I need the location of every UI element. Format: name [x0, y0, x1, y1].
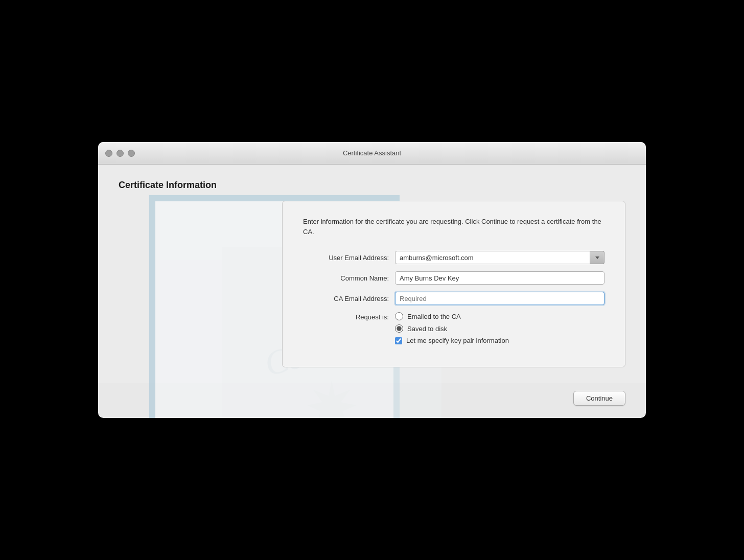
- radio-saved-input[interactable]: [395, 324, 403, 333]
- traffic-lights: [105, 150, 135, 157]
- window-content: Certificate Information Certificate Ente…: [98, 165, 646, 383]
- common-name-row: Common Name:: [303, 271, 604, 285]
- maximize-button[interactable]: [128, 150, 135, 157]
- continue-button[interactable]: Continue: [573, 391, 625, 406]
- titlebar: Certificate Assistant: [98, 142, 646, 165]
- radio-saved-to-disk[interactable]: Saved to disk: [395, 324, 509, 333]
- application-window: Certificate Assistant Certificate Inform…: [98, 142, 646, 418]
- ca-email-row: CA Email Address:: [303, 292, 604, 305]
- common-name-input-wrapper: [395, 271, 604, 285]
- radio-emailed-label: Emailed to the CA: [407, 313, 461, 320]
- chevron-down-icon: [595, 256, 599, 259]
- email-input-wrapper: [395, 251, 604, 264]
- radio-emailed-input[interactable]: [395, 312, 403, 320]
- email-field-group: [395, 251, 604, 264]
- email-input[interactable]: [395, 251, 590, 264]
- checkbox-key-pair-label: Let me specify key pair information: [406, 337, 509, 344]
- radio-saved-label: Saved to disk: [407, 325, 447, 333]
- email-dropdown-button[interactable]: [590, 251, 604, 264]
- form-panel: Enter information for the certificate yo…: [282, 201, 625, 367]
- email-label: User Email Address:: [303, 254, 395, 262]
- close-button[interactable]: [105, 150, 112, 157]
- checkbox-key-pair-input[interactable]: [395, 337, 402, 344]
- certificate-emblem: [301, 378, 362, 418]
- window-title: Certificate Assistant: [343, 149, 401, 157]
- page-title: Certificate Information: [119, 180, 625, 191]
- ca-email-input-wrapper: [395, 292, 604, 305]
- minimize-button[interactable]: [117, 150, 124, 157]
- common-name-input[interactable]: [395, 271, 604, 285]
- radio-emailed-to-ca[interactable]: Emailed to the CA: [395, 312, 509, 320]
- description-text: Enter information for the certificate yo…: [303, 217, 604, 237]
- request-options-group: Emailed to the CA Saved to disk Let me s…: [395, 312, 509, 344]
- request-is-label: Request is:: [303, 312, 395, 321]
- email-row: User Email Address:: [303, 251, 604, 264]
- ca-email-label: CA Email Address:: [303, 295, 395, 302]
- request-is-row: Request is: Emailed to the CA Saved to d…: [303, 312, 604, 344]
- common-name-label: Common Name:: [303, 274, 395, 282]
- checkbox-key-pair[interactable]: Let me specify key pair information: [395, 337, 509, 344]
- ca-email-input[interactable]: [395, 292, 604, 305]
